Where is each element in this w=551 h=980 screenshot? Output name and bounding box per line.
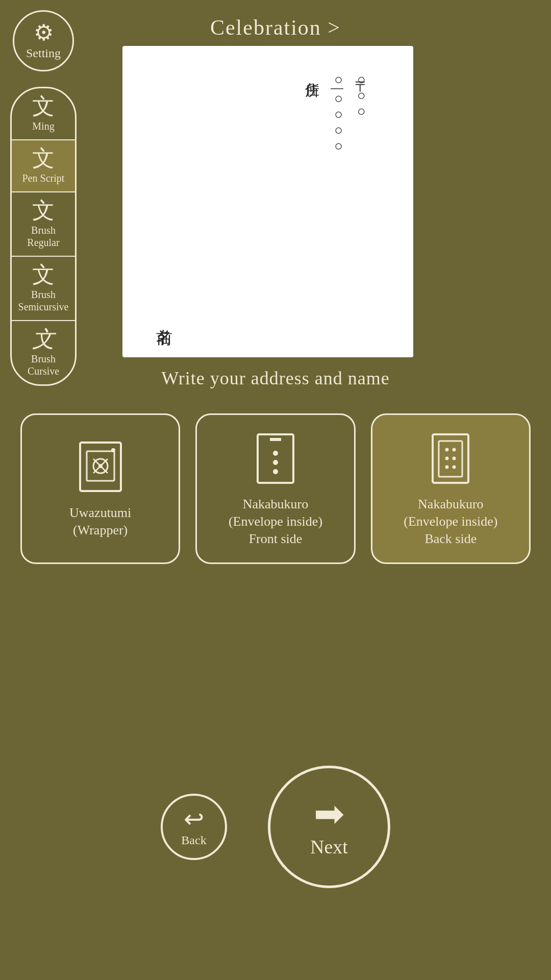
brush-semicursive-label: Brush Semicursive	[16, 288, 71, 313]
setting-label: Setting	[26, 46, 61, 60]
page-title: Celebration >	[0, 0, 551, 50]
font-options-list: 文 Ming 文 Pen Script 文 Brush Regular 文 Br…	[10, 87, 77, 386]
svg-point-6	[111, 448, 115, 452]
nakabukuro-front-icon	[250, 430, 301, 486]
back-arrow-icon: ↩	[184, 807, 204, 831]
font-option-pen-script[interactable]: 文 Pen Script	[12, 140, 75, 192]
option-nakabukuro-front[interactable]: Nakabukuro(Envelope inside)Front side	[195, 413, 355, 564]
svg-rect-13	[439, 441, 462, 477]
sidebar: ⚙ Setting 文 Ming 文 Pen Script 文 Brush Re…	[10, 10, 77, 386]
font-option-brush-regular[interactable]: 文 Brush Regular	[12, 192, 75, 257]
pen-script-label: Pen Script	[22, 172, 65, 184]
nakabukuro-back-label: Nakabukuro(Envelope inside)Back side	[404, 496, 497, 547]
svg-rect-8	[270, 438, 281, 441]
svg-point-16	[445, 456, 449, 460]
svg-point-18	[445, 465, 449, 469]
next-label: Next	[310, 836, 348, 858]
gear-icon: ⚙	[34, 22, 54, 44]
brush-semicursive-kanji: 文	[32, 264, 55, 286]
back-label: Back	[181, 834, 206, 847]
svg-point-17	[453, 456, 456, 460]
address-line: ○|○○○○	[331, 71, 346, 154]
option-nakabukuro-back[interactable]: Nakabukuro(Envelope inside)Back side	[371, 413, 531, 564]
svg-rect-7	[258, 434, 293, 483]
brush-regular-kanji: 文	[32, 200, 55, 222]
ming-kanji: 文	[32, 95, 55, 118]
uwazutumi-label: Uwazutumi(Wrapper)	[69, 504, 131, 539]
svg-point-5	[98, 464, 103, 468]
setting-button[interactable]: ⚙ Setting	[13, 10, 74, 71]
font-option-ming[interactable]: 文 Ming	[12, 88, 75, 140]
svg-point-15	[453, 448, 456, 451]
instruction-text: Write your address and name	[0, 368, 551, 389]
nakabukuro-back-icon	[425, 430, 476, 486]
next-arrow-icon: ➡	[314, 796, 344, 832]
ming-label: Ming	[32, 120, 54, 132]
postal-code: 〒○○○	[354, 71, 369, 119]
envelope-preview: 住所 〒○○○ ○|○○○○ 名前	[122, 46, 413, 357]
nakabukuro-front-label: Nakabukuro(Envelope inside)Front side	[229, 496, 322, 547]
next-button[interactable]: ➡ Next	[268, 766, 390, 888]
svg-point-19	[453, 465, 456, 469]
envelope-content: 住所 〒○○○ ○|○○○○ 名前	[122, 46, 413, 357]
bottom-buttons: ↩ Back ➡ Next	[0, 766, 551, 888]
brush-regular-label: Brush Regular	[16, 224, 71, 249]
uwazutumi-icon	[75, 439, 126, 495]
svg-point-14	[445, 448, 449, 451]
font-option-brush-semicursive[interactable]: 文 Brush Semicursive	[12, 257, 75, 321]
option-uwazutumi[interactable]: Uwazutumi(Wrapper)	[20, 413, 180, 564]
brush-cursive-kanji: 文	[32, 328, 55, 351]
back-button[interactable]: ↩ Back	[161, 794, 227, 860]
pen-script-kanji: 文	[32, 148, 55, 170]
options-row: Uwazutumi(Wrapper) Nakabukuro(Envelope i…	[20, 413, 531, 564]
svg-point-9	[273, 451, 278, 456]
svg-point-10	[273, 460, 278, 465]
svg-point-11	[273, 469, 278, 474]
